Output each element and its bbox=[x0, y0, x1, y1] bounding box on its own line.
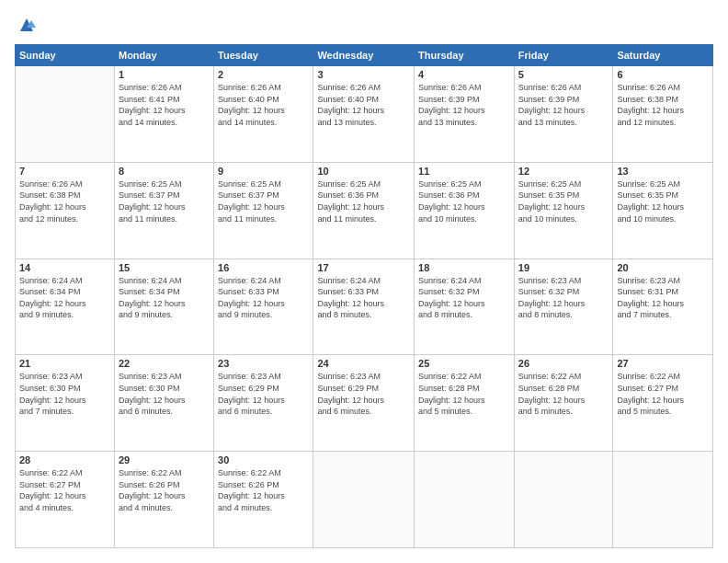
day-info: Sunrise: 6:23 AMSunset: 6:30 PMDaylight:… bbox=[119, 371, 210, 417]
calendar-cell: 26Sunrise: 6:22 AMSunset: 6:28 PMDayligh… bbox=[514, 355, 613, 452]
calendar-cell: 16Sunrise: 6:24 AMSunset: 6:33 PMDayligh… bbox=[214, 259, 313, 355]
calendar-header-row: SundayMondayTuesdayWednesdayThursdayFrid… bbox=[16, 45, 713, 66]
day-info: Sunrise: 6:25 AMSunset: 6:35 PMDaylight:… bbox=[617, 178, 709, 224]
day-info: Sunrise: 6:26 AMSunset: 6:38 PMDaylight:… bbox=[19, 178, 110, 224]
calendar-cell: 7Sunrise: 6:26 AMSunset: 6:38 PMDaylight… bbox=[16, 162, 115, 259]
calendar-cell: 6Sunrise: 6:26 AMSunset: 6:38 PMDaylight… bbox=[613, 66, 713, 163]
calendar-cell: 22Sunrise: 6:23 AMSunset: 6:30 PMDayligh… bbox=[114, 355, 213, 452]
day-info: Sunrise: 6:22 AMSunset: 6:26 PMDaylight:… bbox=[218, 467, 309, 513]
day-info: Sunrise: 6:23 AMSunset: 6:30 PMDaylight:… bbox=[19, 371, 110, 417]
day-info: Sunrise: 6:26 AMSunset: 6:39 PMDaylight:… bbox=[418, 82, 510, 128]
day-number: 17 bbox=[317, 262, 410, 273]
day-number: 3 bbox=[317, 69, 410, 80]
day-number: 30 bbox=[218, 454, 309, 465]
day-number: 21 bbox=[19, 358, 110, 369]
day-number: 8 bbox=[119, 166, 210, 177]
day-number: 14 bbox=[19, 262, 110, 273]
calendar-cell: 15Sunrise: 6:24 AMSunset: 6:34 PMDayligh… bbox=[114, 259, 213, 355]
day-info: Sunrise: 6:24 AMSunset: 6:33 PMDaylight:… bbox=[218, 275, 309, 321]
day-number: 13 bbox=[617, 166, 709, 177]
day-info: Sunrise: 6:22 AMSunset: 6:27 PMDaylight:… bbox=[19, 467, 110, 513]
day-number: 19 bbox=[518, 262, 609, 273]
calendar-week-row: 1Sunrise: 6:26 AMSunset: 6:41 PMDaylight… bbox=[16, 66, 713, 163]
day-info: Sunrise: 6:22 AMSunset: 6:28 PMDaylight:… bbox=[518, 371, 609, 417]
day-info: Sunrise: 6:24 AMSunset: 6:34 PMDaylight:… bbox=[119, 275, 210, 321]
day-info: Sunrise: 6:22 AMSunset: 6:28 PMDaylight:… bbox=[418, 371, 510, 417]
calendar-cell: 2Sunrise: 6:26 AMSunset: 6:40 PMDaylight… bbox=[214, 66, 313, 163]
calendar-cell: 27Sunrise: 6:22 AMSunset: 6:27 PMDayligh… bbox=[613, 355, 713, 452]
calendar-cell: 21Sunrise: 6:23 AMSunset: 6:30 PMDayligh… bbox=[16, 355, 115, 452]
calendar-cell: 9Sunrise: 6:25 AMSunset: 6:37 PMDaylight… bbox=[214, 162, 313, 259]
calendar-cell: 5Sunrise: 6:26 AMSunset: 6:39 PMDaylight… bbox=[514, 66, 613, 163]
day-number: 22 bbox=[119, 358, 210, 369]
logo-icon bbox=[17, 15, 37, 35]
day-info: Sunrise: 6:24 AMSunset: 6:33 PMDaylight:… bbox=[317, 275, 410, 321]
calendar-cell: 1Sunrise: 6:26 AMSunset: 6:41 PMDaylight… bbox=[114, 66, 213, 163]
day-number: 28 bbox=[19, 454, 110, 465]
day-info: Sunrise: 6:26 AMSunset: 6:38 PMDaylight:… bbox=[617, 82, 709, 128]
calendar-cell bbox=[16, 66, 115, 163]
day-info: Sunrise: 6:23 AMSunset: 6:32 PMDaylight:… bbox=[518, 275, 609, 321]
day-number: 26 bbox=[518, 358, 609, 369]
calendar: SundayMondayTuesdayWednesdayThursdayFrid… bbox=[15, 44, 713, 548]
calendar-cell: 11Sunrise: 6:25 AMSunset: 6:36 PMDayligh… bbox=[415, 162, 515, 259]
day-number: 11 bbox=[418, 166, 510, 177]
day-number: 23 bbox=[218, 358, 309, 369]
calendar-cell: 29Sunrise: 6:22 AMSunset: 6:26 PMDayligh… bbox=[114, 452, 213, 548]
day-number: 25 bbox=[418, 358, 510, 369]
logo-text bbox=[15, 15, 37, 35]
calendar-cell: 23Sunrise: 6:23 AMSunset: 6:29 PMDayligh… bbox=[214, 355, 313, 452]
day-number: 20 bbox=[617, 262, 709, 273]
calendar-cell: 24Sunrise: 6:23 AMSunset: 6:29 PMDayligh… bbox=[313, 355, 415, 452]
day-number: 24 bbox=[317, 358, 410, 369]
day-number: 5 bbox=[518, 69, 609, 80]
header bbox=[15, 15, 713, 35]
calendar-cell: 19Sunrise: 6:23 AMSunset: 6:32 PMDayligh… bbox=[514, 259, 613, 355]
day-info: Sunrise: 6:23 AMSunset: 6:31 PMDaylight:… bbox=[617, 275, 709, 321]
day-info: Sunrise: 6:26 AMSunset: 6:39 PMDaylight:… bbox=[518, 82, 609, 128]
day-number: 29 bbox=[119, 454, 210, 465]
calendar-cell: 20Sunrise: 6:23 AMSunset: 6:31 PMDayligh… bbox=[613, 259, 713, 355]
day-info: Sunrise: 6:22 AMSunset: 6:27 PMDaylight:… bbox=[617, 371, 709, 417]
calendar-cell bbox=[613, 452, 713, 548]
calendar-week-row: 14Sunrise: 6:24 AMSunset: 6:34 PMDayligh… bbox=[16, 259, 713, 355]
day-of-week-header: Wednesday bbox=[313, 45, 415, 66]
day-of-week-header: Sunday bbox=[16, 45, 115, 66]
calendar-week-row: 21Sunrise: 6:23 AMSunset: 6:30 PMDayligh… bbox=[16, 355, 713, 452]
calendar-cell: 12Sunrise: 6:25 AMSunset: 6:35 PMDayligh… bbox=[514, 162, 613, 259]
day-of-week-header: Saturday bbox=[613, 45, 713, 66]
calendar-cell: 17Sunrise: 6:24 AMSunset: 6:33 PMDayligh… bbox=[313, 259, 415, 355]
day-info: Sunrise: 6:24 AMSunset: 6:34 PMDaylight:… bbox=[19, 275, 110, 321]
day-info: Sunrise: 6:25 AMSunset: 6:37 PMDaylight:… bbox=[218, 178, 309, 224]
day-info: Sunrise: 6:23 AMSunset: 6:29 PMDaylight:… bbox=[317, 371, 410, 417]
day-info: Sunrise: 6:25 AMSunset: 6:36 PMDaylight:… bbox=[418, 178, 510, 224]
day-number: 1 bbox=[119, 69, 210, 80]
day-number: 9 bbox=[218, 166, 309, 177]
day-info: Sunrise: 6:25 AMSunset: 6:36 PMDaylight:… bbox=[317, 178, 410, 224]
calendar-cell: 30Sunrise: 6:22 AMSunset: 6:26 PMDayligh… bbox=[214, 452, 313, 548]
day-of-week-header: Thursday bbox=[415, 45, 515, 66]
day-number: 12 bbox=[518, 166, 609, 177]
day-number: 6 bbox=[617, 69, 709, 80]
day-number: 10 bbox=[317, 166, 410, 177]
calendar-cell: 25Sunrise: 6:22 AMSunset: 6:28 PMDayligh… bbox=[415, 355, 515, 452]
day-info: Sunrise: 6:22 AMSunset: 6:26 PMDaylight:… bbox=[119, 467, 210, 513]
day-number: 2 bbox=[218, 69, 309, 80]
calendar-cell bbox=[415, 452, 515, 548]
day-info: Sunrise: 6:25 AMSunset: 6:37 PMDaylight:… bbox=[119, 178, 210, 224]
calendar-cell bbox=[313, 452, 415, 548]
day-info: Sunrise: 6:26 AMSunset: 6:41 PMDaylight:… bbox=[119, 82, 210, 128]
calendar-cell: 3Sunrise: 6:26 AMSunset: 6:40 PMDaylight… bbox=[313, 66, 415, 163]
calendar-cell: 4Sunrise: 6:26 AMSunset: 6:39 PMDaylight… bbox=[415, 66, 515, 163]
page: SundayMondayTuesdayWednesdayThursdayFrid… bbox=[0, 0, 728, 563]
logo bbox=[15, 15, 37, 35]
day-info: Sunrise: 6:26 AMSunset: 6:40 PMDaylight:… bbox=[317, 82, 410, 128]
calendar-cell: 28Sunrise: 6:22 AMSunset: 6:27 PMDayligh… bbox=[16, 452, 115, 548]
day-of-week-header: Friday bbox=[514, 45, 613, 66]
day-info: Sunrise: 6:24 AMSunset: 6:32 PMDaylight:… bbox=[418, 275, 510, 321]
calendar-cell: 13Sunrise: 6:25 AMSunset: 6:35 PMDayligh… bbox=[613, 162, 713, 259]
day-number: 16 bbox=[218, 262, 309, 273]
day-info: Sunrise: 6:23 AMSunset: 6:29 PMDaylight:… bbox=[218, 371, 309, 417]
calendar-cell bbox=[514, 452, 613, 548]
calendar-cell: 10Sunrise: 6:25 AMSunset: 6:36 PMDayligh… bbox=[313, 162, 415, 259]
